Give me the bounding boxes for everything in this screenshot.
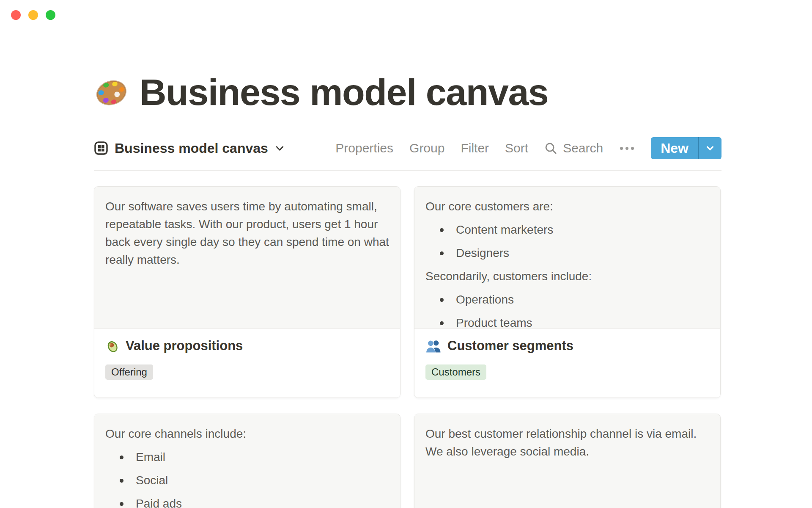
preview-paragraph: Our software saves users time by automat… <box>105 198 389 269</box>
view-selector-label: Business model canvas <box>115 141 268 156</box>
sort-button[interactable]: Sort <box>505 141 528 155</box>
window-controls <box>11 10 55 20</box>
preview-paragraph: Our core customers are: <box>425 198 709 215</box>
chevron-down-icon <box>705 143 716 154</box>
view-toolbar: Business model canvas Properties Group F… <box>94 137 721 171</box>
gallery-card-value-propositions[interactable]: Our software saves users time by automat… <box>94 186 401 398</box>
tag-customers: Customers <box>425 364 486 380</box>
preview-bullet: Email <box>105 448 389 466</box>
preview-bullet: Product teams <box>425 314 709 329</box>
toolbar-actions: Properties Group Filter Sort Search <box>335 137 721 159</box>
card-preview: Our core channels include: Email Social … <box>94 414 400 508</box>
new-button-group: New <box>651 137 721 159</box>
new-dropdown-button[interactable] <box>698 137 721 159</box>
tag-offering: Offering <box>105 364 153 380</box>
gallery-card-channels[interactable]: Our core channels include: Email Social … <box>94 414 401 508</box>
page-content: Business model canvas Business model can… <box>94 0 721 508</box>
close-window-button[interactable] <box>11 10 21 20</box>
filter-button[interactable]: Filter <box>461 141 489 155</box>
minimize-window-button[interactable] <box>28 10 38 20</box>
preview-bullet: Operations <box>425 291 709 309</box>
new-button[interactable]: New <box>651 137 698 159</box>
search-icon <box>544 142 557 155</box>
zoom-window-button[interactable] <box>46 10 55 20</box>
chevron-down-icon <box>274 143 285 154</box>
preview-bullet: Paid ads <box>105 495 389 508</box>
preview-paragraph: Our core channels include: <box>105 425 389 443</box>
preview-paragraph: Our best customer relationship channel i… <box>425 425 709 461</box>
card-title: Customer segments <box>447 337 573 354</box>
card-title-row: Customer segments <box>425 337 709 354</box>
more-options-button[interactable] <box>619 147 635 150</box>
gallery-card-customer-segments[interactable]: Our core customers are: Content marketer… <box>414 186 721 398</box>
gallery-card-customer-relationships[interactable]: Our best customer relationship channel i… <box>414 414 721 508</box>
palette-emoji <box>94 75 129 110</box>
card-preview: Our core customers are: Content marketer… <box>414 187 720 329</box>
preview-bullet: Designers <box>425 244 709 262</box>
card-footer: Value propositions Offering <box>94 329 400 398</box>
group-button[interactable]: Group <box>409 141 444 155</box>
ellipsis-icon <box>620 147 623 150</box>
page-title[interactable]: Business model canvas <box>140 73 548 112</box>
app-window: Business model canvas Business model can… <box>0 0 812 508</box>
card-preview: Our best customer relationship channel i… <box>414 414 720 508</box>
card-title-row: Value propositions <box>105 337 389 354</box>
gallery-grid: Our software saves users time by automat… <box>94 186 721 508</box>
view-selector[interactable]: Business model canvas <box>94 141 285 156</box>
preview-paragraph: Secondarily, customers include: <box>425 268 709 285</box>
avocado-emoji <box>105 339 119 353</box>
card-footer: Customer segments Customers <box>414 329 720 398</box>
preview-bullet: Social <box>105 472 389 489</box>
search-button[interactable]: Search <box>544 141 603 155</box>
page-header: Business model canvas <box>94 0 721 112</box>
search-label: Search <box>563 141 603 155</box>
preview-bullet: Content marketers <box>425 221 709 239</box>
gallery-view-icon <box>94 141 108 155</box>
card-title: Value propositions <box>126 337 243 354</box>
card-preview: Our software saves users time by automat… <box>94 187 400 329</box>
properties-button[interactable]: Properties <box>335 141 393 155</box>
people-emoji <box>425 339 441 353</box>
